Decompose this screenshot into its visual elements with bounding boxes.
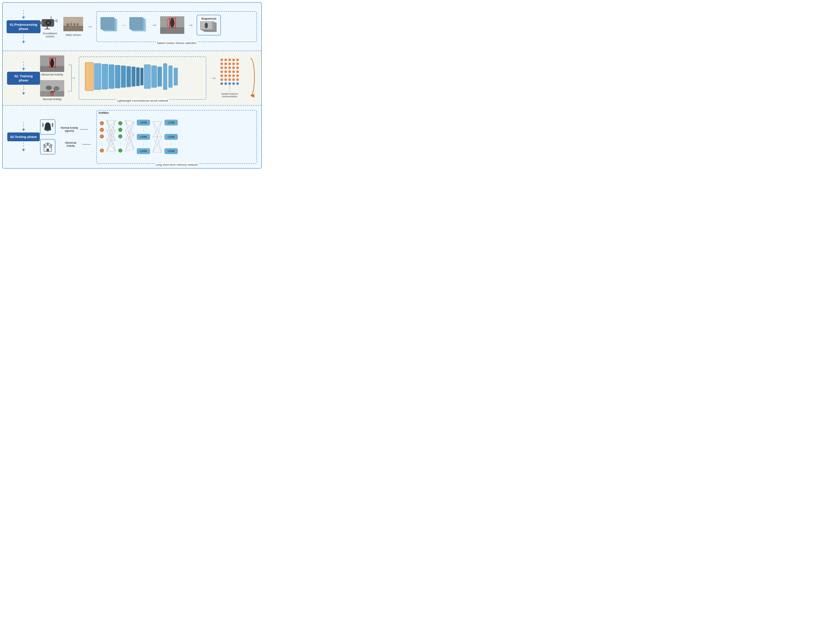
dot [228, 82, 231, 85]
main-diagram: 01.Preprocessing phase [2, 2, 262, 168]
phase1-label: 01.Preprocessing phase [7, 20, 40, 33]
svg-rect-11 [63, 26, 83, 31]
dot [236, 59, 239, 61]
svg-line-77 [125, 120, 134, 121]
fc-lines-2 [124, 117, 135, 156]
cnn-layer-group [94, 63, 162, 90]
police-icon-box: P [40, 139, 55, 155]
node-orange-4 [100, 149, 104, 152]
dot [224, 66, 227, 69]
cnn-label: Lightweight convolutional neural network [116, 99, 169, 102]
dot [228, 78, 231, 81]
dot [228, 71, 231, 73]
lstm-dots-3: ⋮ [169, 128, 173, 132]
lstm-dots-4: ⋮ [169, 142, 173, 146]
node-orange-3 [100, 134, 104, 139]
police-icon: P [42, 141, 53, 152]
salient-label: Salient motion frames selection [156, 41, 197, 45]
dot [220, 66, 223, 69]
dot [232, 62, 235, 65]
input-nodes: ⋮ [100, 121, 104, 152]
svg-rect-53 [47, 149, 49, 151]
phase3-left: 02.Testing phase [7, 121, 40, 153]
curved-arrow [244, 56, 257, 100]
salient-motion-box: ··· → [96, 11, 257, 42]
arrow-above-phase1 [22, 10, 25, 19]
lstm-network: ⋮ [100, 117, 253, 156]
layer-1 [94, 63, 101, 90]
arrow-above-phase3 [22, 123, 25, 131]
node-green-3 [118, 134, 122, 139]
abnormal-arrow [82, 143, 91, 146]
dot [228, 62, 231, 65]
softmax-label: SoftMax [99, 111, 109, 114]
sequences-box: Sequences [197, 15, 221, 35]
dot [224, 62, 227, 65]
svg-point-50 [47, 130, 49, 131]
lstm-block-1-1: LSTM [137, 120, 150, 125]
bell-icon-box [40, 119, 55, 135]
fc-lines-1 [106, 117, 116, 156]
svg-point-29 [205, 23, 208, 28]
node-orange-1 [100, 121, 104, 125]
normal-thumb [40, 80, 64, 97]
arrow4: → [210, 75, 217, 82]
fc-lines-3 [152, 117, 163, 156]
svg-point-40 [51, 91, 53, 93]
arrow-below-phase3 [22, 143, 25, 151]
phase1-left: 01.Preprocessing phase [7, 9, 40, 45]
svg-rect-18 [77, 18, 82, 23]
dot [220, 71, 223, 73]
svg-line-87 [125, 135, 134, 151]
lstm-dots-1: ⋮ [141, 128, 145, 132]
phase1-content: Surveillance camera [40, 11, 257, 42]
sequences-label: Sequences [201, 17, 217, 20]
spatial-label: Spatial features representation [221, 92, 238, 98]
dot [228, 59, 231, 61]
phase2-section: 02. Training phase [3, 51, 261, 106]
dots-below [223, 86, 236, 92]
arrow-below-phase2 [22, 86, 25, 95]
phase2-content: Abnormal Activity [40, 55, 257, 101]
arrow-below-phase1 [22, 34, 25, 43]
dot [224, 78, 227, 81]
dot [220, 62, 223, 65]
bell-icon [42, 121, 53, 133]
dot [232, 66, 235, 69]
lwcnn-layers [83, 60, 202, 93]
svg-rect-17 [65, 19, 68, 23]
normal-activity: Normal Activity [40, 80, 64, 101]
lstm-col-1: LSTM ⋮ LSTM ⋮ LSTM [137, 120, 150, 154]
lstm-block-1-3: LSTM [137, 148, 150, 154]
svg-point-6 [51, 16, 52, 18]
layer-2 [102, 64, 108, 89]
first-layer [85, 62, 94, 91]
dot [236, 82, 239, 85]
lstm-label: Long short-term memory network [155, 163, 198, 166]
dot [236, 66, 239, 69]
lwcnn-box: Lightweight convolutional neural network [79, 56, 206, 100]
lstm-block-2-2: LSTM [165, 134, 178, 140]
dot [232, 74, 235, 77]
fc-3 [174, 68, 178, 86]
normal-activity-label: Normal Activity (Ignore) [61, 126, 78, 133]
lstm-dashed-box: SoftMax ⋮ [96, 110, 257, 164]
branch-lines [68, 56, 75, 100]
camera-section: Surveillance camera [40, 15, 60, 38]
layer-3 [109, 65, 114, 89]
svg-rect-9 [44, 29, 50, 30]
dot [224, 82, 227, 85]
arrow-above-phase2 [22, 62, 25, 71]
camera-label: Surveillance camera [43, 32, 57, 38]
dot [236, 74, 239, 77]
lstm-col-2: LSTM ⋮ LSTM ⋮ LSTM [165, 120, 178, 154]
dot [220, 82, 223, 85]
abnormal-activity-label: Abnormal Activity [61, 141, 81, 148]
svg-marker-47 [74, 77, 75, 79]
video-stream-label: Video stream [66, 34, 81, 37]
dot [220, 74, 223, 77]
fc-layers [163, 63, 178, 90]
svg-point-33 [51, 59, 53, 61]
svg-point-3 [47, 22, 49, 24]
layer-9 [140, 68, 143, 86]
